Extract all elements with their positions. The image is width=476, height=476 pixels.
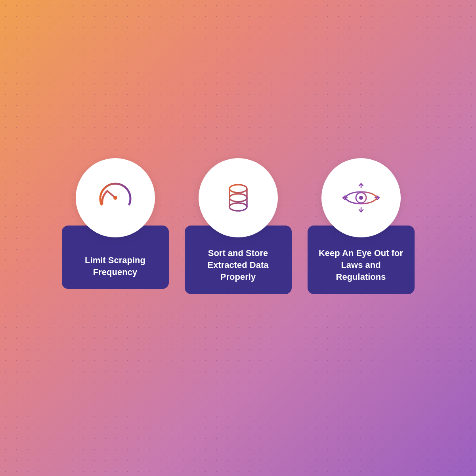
card-text-sort-store: Sort and Store Extracted Data Properly — [196, 247, 281, 283]
icon-circle-speedometer — [76, 158, 155, 237]
icon-circle-database — [199, 158, 278, 237]
speedometer-icon — [94, 176, 137, 220]
card-sort-store: Sort and Store Extracted Data Properly — [185, 158, 292, 294]
svg-point-4 — [229, 203, 247, 211]
svg-point-1 — [113, 196, 117, 200]
cards-container: Limit Scraping Frequency — [62, 158, 415, 294]
eye-icon — [339, 176, 383, 220]
svg-point-2 — [229, 185, 247, 193]
card-text-eye-out: Keep An Eye Out for Laws and Regulations — [319, 247, 403, 283]
svg-point-3 — [229, 194, 247, 202]
card-eye-out: Keep An Eye Out for Laws and Regulations — [308, 158, 415, 294]
svg-point-8 — [359, 196, 363, 200]
background: Limit Scraping Frequency — [0, 0, 476, 476]
card-limit-scraping: Limit Scraping Frequency — [62, 158, 169, 289]
database-icon — [216, 176, 260, 220]
icon-circle-eye — [321, 158, 401, 237]
card-text-limit-scraping: Limit Scraping Frequency — [73, 254, 158, 278]
